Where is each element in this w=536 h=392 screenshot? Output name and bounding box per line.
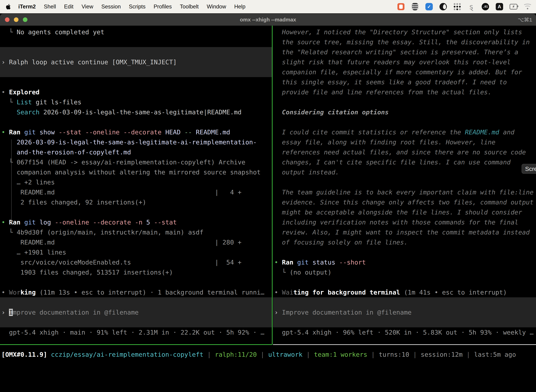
input-box-bottom [0,317,272,327]
thinking-text: companion file, especially if more comme… [274,67,535,77]
git-show-stat: README.md | 4 + [1,187,270,197]
blank [1,117,270,127]
thinking-text: provide file and line references from th… [274,87,535,97]
wifi-icon[interactable] [524,3,531,10]
keypad-shield-icon[interactable] [411,3,419,10]
tree-guide-line [11,140,12,222]
git-status-output: └ (no output) [274,267,535,277]
blank [1,207,270,217]
zoom-button[interactable] [23,17,27,22]
minimize-button[interactable] [14,17,19,22]
blank [274,247,535,257]
prompt-input[interactable]: › Improve documentation in @filename [273,307,536,317]
blank [1,77,270,87]
screen: iTerm2ShellEditViewSessionScriptsProfile… [0,0,536,392]
thinking-text: evidence. Since this change only affects… [274,197,535,207]
pane-divider[interactable] [272,26,273,345]
menu-item-window[interactable]: Window [207,4,226,10]
blank [1,277,270,287]
dots-grid-icon[interactable] [453,3,461,10]
thinking-text: review. Also, I might want to inspect th… [274,227,535,237]
session-stats: gpt-5.4 xhigh · main · 91% left · 2.31M … [1,327,270,337]
ran-git-log-command: • Ran git log --oneline --decorate -n 5 … [1,217,270,227]
git-show-output-elided: … +2 lines [1,177,270,187]
git-show-summary: 2 files changed, 92 insertions(+) [1,197,270,207]
screenshot-app-icon[interactable] [397,3,405,10]
pie-chart-icon[interactable] [439,3,447,10]
menu-item-session[interactable]: Session [101,4,121,10]
input-box-top [273,297,536,307]
menu-item-help[interactable]: Help [234,4,245,10]
window-title: omx --xhigh --madmax [240,17,296,23]
thinking-text: I could cite commit statistics or refere… [274,127,535,137]
blank [274,277,535,287]
thinking-text: of focusing solely on file lines. [274,237,535,247]
git-log-output: └ 4b9d30f (origin/main, instructkr/main,… [1,227,270,237]
apple-menu-icon[interactable] [6,4,11,10]
blank [274,177,535,187]
blue-badge-icon[interactable]: ✓ [425,3,433,10]
input-box-bottom [273,317,536,327]
blank [1,37,270,47]
close-button[interactable] [5,17,10,22]
menu-items: iTerm2ShellEditViewSessionScriptsProfile… [18,4,245,10]
waiting-status: • Waiting for background terminal (1m 41… [274,287,535,297]
right-pane-lines: However, I noticed the "Directory Struct… [274,27,535,337]
git-show-output: companion analysis without altering the … [1,167,270,177]
menu-item-scripts[interactable]: Scripts [129,4,146,10]
thinking-text: output instead. [274,167,535,177]
menubar-status-icons: ✓ ȿ ..61 A ⚡ [397,3,531,10]
git-log-output-elided: … +1901 lines [1,247,270,257]
input-box-top [0,297,272,307]
window-shortcut-badge: ⌥⌘1 [518,17,532,23]
thinking-text: including verification notes with those … [274,217,535,227]
prompt-input[interactable]: › Improve documentation in @filename [0,307,272,317]
command-arg-wrap: 2026-03-09-is-legal-the-same-as-legitima… [1,137,270,147]
menu-bar: iTerm2ShellEditViewSessionScriptsProfile… [0,0,536,13]
thinking-text: The team guideline is to back every impo… [274,187,535,197]
menu-item-toolbelt[interactable]: Toolbelt [180,4,199,10]
thinking-text: changes, I can't cite specific file line… [274,157,535,167]
ran-git-status-command: • Ran git status --short [274,257,535,267]
person-squiggle-icon[interactable]: ȿ [467,3,475,10]
menu-item-profiles[interactable]: Profiles [153,4,172,10]
agents-status-line: └ No agents completed yet [1,27,270,37]
menu-item-shell[interactable]: Shell [44,4,56,10]
thinking-text: might be acceptable alongside the file l… [274,207,535,217]
explored-header: • Explored [1,87,270,97]
ralph-banner-bottom [0,67,272,77]
thinking-text: references need actual files, and since … [274,147,535,157]
left-pane-lines: └ No agents completed yet› Ralph loop ac… [1,27,270,337]
thinking-header: Considering citation options [274,107,535,117]
battery-icon[interactable]: ⚡ [510,3,517,10]
menu-item-view[interactable]: View [81,4,93,10]
ran-git-show-command: • Ran git show --stat --oneline --decora… [1,127,270,137]
omx-status-line: [OMX#0.11.9] cczip/essay/ai-reimplementa… [1,350,536,359]
blank [274,117,535,127]
explored-search-item: Search 2026-03-09-is-legal-the-same-as-l… [1,107,270,117]
screen-tooltip-label: Scre [525,165,536,172]
session-stats: gpt-5.4 xhigh · 96% left · 520K in · 5.8… [274,327,535,337]
screen-tooltip: Scre [522,164,536,174]
thinking-text: slight risk that future readers may over… [274,57,535,67]
terminal: └ No agents completed yet› Ralph loop ac… [0,26,536,392]
blank [274,97,535,107]
left-pane[interactable]: └ No agents completed yet› Ralph loop ac… [0,26,272,344]
thinking-text: this single essay, it seems like a good … [274,77,535,87]
a-app-icon[interactable]: A [496,3,503,10]
thinking-text: essay file, along with finding root file… [274,137,535,147]
thinking-text: the "Related research writing" section i… [274,47,535,57]
badge-61-icon[interactable]: ..61 [482,3,489,10]
right-pane[interactable]: However, I noticed the "Directory Struct… [273,26,536,344]
explored-list-item: └ List git ls-files [1,97,270,107]
git-log-stat: README.md | 280 + [1,237,270,247]
git-show-output: └ 067f154 (HEAD -> essay/ai-reimplementa… [1,157,270,167]
menu-item-iterm2[interactable]: iTerm2 [18,4,36,10]
window-title-bar: omx --xhigh --madmax ⌥⌘1 [0,14,536,26]
menu-item-edit[interactable]: Edit [64,4,73,10]
thinking-text: the source tree, missing the essay. Stil… [274,37,535,47]
thinking-text: However, I noticed the "Directory Struct… [274,27,535,37]
git-log-summary: 1903 files changed, 513517 insertions(+) [1,267,270,277]
ralph-banner: › Ralph loop active continue [OMX_TMUX_I… [0,57,272,67]
working-status: • Working (11m 13s • esc to interrupt) ·… [1,287,270,297]
